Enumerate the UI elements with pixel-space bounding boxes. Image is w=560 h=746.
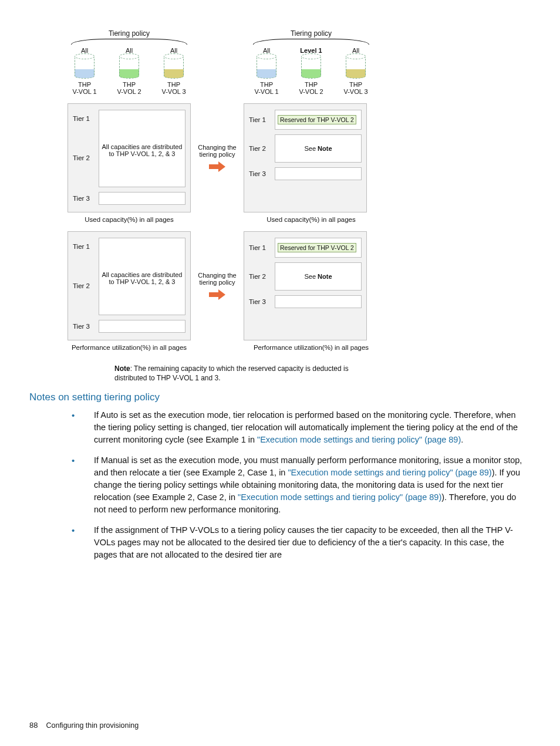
bracket-icon [71, 39, 187, 45]
page-number: 88 [29, 721, 38, 730]
cylinder-icon [301, 55, 321, 79]
arrow-right-icon [209, 289, 225, 300]
tierbox-right-2: Tier 1 Reserved for THP V-VOL 2 Tier 2 S… [244, 231, 367, 340]
caption-right-1: Used capacity(%) in all pages [249, 216, 373, 223]
diagram-note: Note: The remaining capacity to which th… [114, 364, 373, 383]
policy-title-right: Tiering policy [249, 29, 373, 38]
see-note-text: See Note [304, 273, 332, 281]
vol-left-3: All THP V-VOL 3 [157, 47, 191, 95]
caption-right-2: Performance utilization(%) in all pages [249, 344, 373, 351]
right-policy-group: Tiering policy All THP V-VOL 1 Level 1 T… [249, 29, 373, 95]
link-exec-mode-1[interactable]: "Execution mode settings and tiering pol… [257, 435, 461, 444]
vol-right-3: All THP V-VOL 3 [339, 47, 373, 95]
section-heading: Notes on setting tiering policy [29, 391, 531, 403]
link-exec-mode-2[interactable]: "Execution mode settings and tiering pol… [288, 468, 491, 477]
chapter-title: Configuring thin provisioning [46, 721, 139, 730]
left-policy-group: Tiering policy All THP V-VOL 1 All THP V… [68, 29, 191, 95]
vol-right-1: All THP V-VOL 1 [249, 47, 284, 95]
vol-left-1: All THP V-VOL 1 [68, 47, 102, 95]
distributed-text: All capacities are distributed to THP V-… [99, 127, 185, 173]
changing-text: Changing the tiering policy [191, 144, 244, 158]
list-item: If Manual is set as the execution mode, … [94, 454, 525, 516]
between-2: Changing the tiering policy [191, 231, 244, 340]
notes-list: If Auto is set as the execution mode, ti… [94, 409, 525, 561]
reserved-badge: Reserved for THP V-VOL 2 [278, 243, 356, 252]
tierbox-left-2: Tier 1 All capacities are distributed to… [68, 231, 191, 340]
bracket-icon [253, 39, 369, 45]
caption-left-2: Performance utilization(%) in all pages [68, 344, 191, 351]
cylinder-icon [346, 55, 366, 79]
changing-text: Changing the tiering policy [191, 272, 244, 286]
tiering-policy-diagram: Tiering policy All THP V-VOL 1 All THP V… [68, 29, 373, 383]
list-item: If the assignment of THP V-VOLs to a tie… [94, 524, 525, 561]
between-1: Changing the tiering policy [191, 103, 244, 212]
cylinder-icon [75, 55, 95, 79]
cylinder-icon [257, 55, 276, 79]
distributed-text: All capacities are distributed to THP V-… [99, 255, 185, 301]
policy-title-left: Tiering policy [68, 29, 191, 38]
caption-left-1: Used capacity(%) in all pages [68, 216, 191, 223]
tierbox-right-1: Tier 1 Reserved for THP V-VOL 2 Tier 2 S… [244, 103, 367, 212]
vol-left-2: All THP V-VOL 2 [112, 47, 146, 95]
reserved-badge: Reserved for THP V-VOL 2 [278, 115, 356, 124]
cylinder-icon [119, 55, 139, 79]
tierbox-left-1: Tier 1 All capacities are distributed to… [68, 103, 191, 212]
arrow-right-icon [209, 161, 225, 172]
vol-right-2: Level 1 THP V-VOL 2 [294, 47, 328, 95]
link-exec-mode-3[interactable]: "Execution mode settings and tiering pol… [238, 492, 441, 502]
page-footer: 88 Configuring thin provisioning [29, 721, 139, 730]
cylinder-icon [164, 55, 184, 79]
list-item: If Auto is set as the execution mode, ti… [94, 409, 525, 446]
see-note-text: See Note [304, 145, 332, 153]
